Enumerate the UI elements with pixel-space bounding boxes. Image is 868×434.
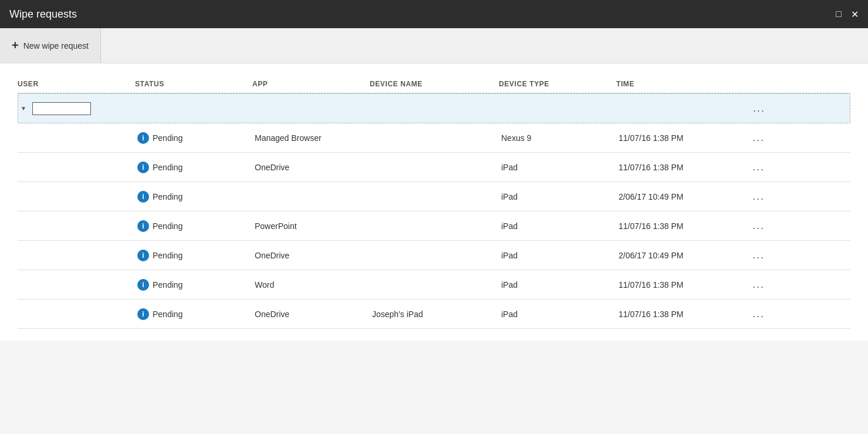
col-header-actions <box>745 80 781 88</box>
table-row[interactable]: i Pending PowerPoint iPad 11/07/16 1:38 … <box>18 211 850 241</box>
row-actions-cell: ... <box>745 300 781 328</box>
row-device-type-value: iPad <box>501 192 518 201</box>
row-app-value: Word <box>255 280 274 290</box>
minimize-button[interactable]: □ <box>836 9 842 20</box>
new-wipe-request-button[interactable]: + New wipe request <box>0 28 101 63</box>
row-user-cell <box>18 250 135 261</box>
row-device-type-cell: Nexus 9 <box>499 127 616 149</box>
row-app-value: Managed Browser <box>255 133 322 143</box>
close-button[interactable]: ✕ <box>851 9 859 20</box>
selected-row-status-cell <box>136 103 253 115</box>
info-icon: i <box>137 220 149 232</box>
toolbar: + New wipe request <box>0 28 868 63</box>
row-device-type-value: iPad <box>501 251 518 260</box>
row-user-cell <box>18 162 135 173</box>
row-time-cell: 11/07/16 1:38 PM <box>616 304 745 325</box>
row-actions-cell: ... <box>745 153 781 181</box>
row-status-cell: i Pending <box>135 244 252 267</box>
row-actions-cell: ... <box>745 211 781 240</box>
row-actions-cell: ... <box>745 182 781 211</box>
row-more-button[interactable]: ... <box>748 276 769 293</box>
row-device-name-cell: Joseph's iPad <box>370 304 499 325</box>
row-more-button[interactable]: ... <box>748 305 769 322</box>
row-app-cell: Managed Browser <box>252 127 370 149</box>
row-user-cell <box>18 191 135 203</box>
info-icon: i <box>137 191 149 203</box>
info-icon: i <box>137 308 149 320</box>
row-user-cell <box>18 132 135 144</box>
selected-row-device-type-cell <box>499 103 617 115</box>
row-time-value: 11/07/16 1:38 PM <box>619 221 684 231</box>
user-input[interactable] <box>32 102 91 115</box>
row-device-name-cell <box>370 191 499 203</box>
row-more-button[interactable]: ... <box>748 129 769 146</box>
row-more-button[interactable]: ... <box>748 159 769 176</box>
row-time-cell: 11/07/16 1:38 PM <box>616 216 745 237</box>
row-device-name-cell <box>370 162 499 173</box>
main-content: USER STATUS APP DEVICE NAME DEVICE TYPE … <box>0 63 868 341</box>
info-icon: i <box>137 162 149 173</box>
row-device-type-value: iPad <box>501 163 518 172</box>
table-row[interactable]: i Pending OneDrive Joseph's iPad iPad 11… <box>18 300 850 329</box>
window-title: Wipe requests <box>9 8 77 21</box>
col-header-user: USER <box>18 80 135 88</box>
selected-row-device-name-cell <box>370 103 499 115</box>
selected-row-user-cell: ▼ <box>18 96 136 121</box>
col-header-device-name: DEVICE NAME <box>370 80 499 88</box>
row-status-value: Pending <box>153 163 183 172</box>
row-status-cell: i Pending <box>135 156 252 179</box>
row-user-cell <box>18 308 135 320</box>
col-header-app: APP <box>252 80 370 88</box>
row-device-type-cell: iPad <box>499 216 616 237</box>
row-app-cell: OneDrive <box>252 245 370 266</box>
info-icon: i <box>137 250 149 261</box>
row-device-name-cell <box>370 220 499 232</box>
row-more-button[interactable]: ... <box>748 247 769 264</box>
row-app-cell: OneDrive <box>252 157 370 178</box>
info-icon: i <box>137 279 149 291</box>
col-header-device-type: DEVICE TYPE <box>499 80 616 88</box>
row-app-cell <box>252 191 370 203</box>
row-time-value: 11/07/16 1:38 PM <box>619 133 684 143</box>
col-header-time: TIME <box>616 80 745 88</box>
row-time-value: 11/07/16 1:38 PM <box>619 309 684 319</box>
row-more-button[interactable]: ... <box>748 188 769 205</box>
row-device-type-value: iPad <box>501 280 518 290</box>
selected-row-more-button[interactable]: ... <box>748 100 770 117</box>
table-row[interactable]: i Pending iPad 2/06/17 10:49 PM ... <box>18 182 850 211</box>
row-status-value: Pending <box>153 133 183 143</box>
table-row[interactable]: i Pending OneDrive iPad 11/07/16 1:38 PM… <box>18 153 850 182</box>
row-user-cell <box>18 220 135 232</box>
row-actions-cell: ... <box>745 241 781 270</box>
selected-edit-row[interactable]: ▼ ... <box>18 93 850 123</box>
row-app-cell: Word <box>252 274 370 295</box>
row-status-cell: i Pending <box>135 214 252 238</box>
wipe-requests-table: USER STATUS APP DEVICE NAME DEVICE TYPE … <box>18 75 850 329</box>
row-time-value: 2/06/17 10:49 PM <box>619 192 684 201</box>
row-user-cell <box>18 279 135 291</box>
row-device-name-value: Joseph's iPad <box>372 309 423 319</box>
row-app-value: PowerPoint <box>255 221 297 231</box>
title-bar: Wipe requests □ ✕ <box>0 0 868 28</box>
col-header-status: STATUS <box>135 80 252 88</box>
table-row[interactable]: i Pending Word iPad 11/07/16 1:38 PM ... <box>18 270 850 300</box>
row-time-cell: 11/07/16 1:38 PM <box>616 157 745 178</box>
row-time-cell: 11/07/16 1:38 PM <box>616 274 745 295</box>
row-time-cell: 2/06/17 10:49 PM <box>616 245 745 266</box>
table-row[interactable]: i Pending OneDrive iPad 2/06/17 10:49 PM… <box>18 241 850 270</box>
row-status-cell: i Pending <box>135 302 252 326</box>
row-status-value: Pending <box>153 221 183 231</box>
row-device-type-value: iPad <box>501 309 518 319</box>
row-status-cell: i Pending <box>135 273 252 297</box>
table-row[interactable]: i Pending Managed Browser Nexus 9 11/07/… <box>18 123 850 153</box>
chevron-down-icon[interactable]: ▼ <box>21 105 26 112</box>
row-device-name-cell <box>370 250 499 261</box>
row-app-cell: PowerPoint <box>252 216 370 237</box>
row-app-value: OneDrive <box>255 309 289 319</box>
row-more-button[interactable]: ... <box>748 217 769 234</box>
row-device-name-cell <box>370 132 499 144</box>
row-device-type-cell: iPad <box>499 304 616 325</box>
row-time-cell: 2/06/17 10:49 PM <box>616 186 745 207</box>
window-controls: □ ✕ <box>836 9 859 20</box>
row-status-value: Pending <box>153 192 183 201</box>
